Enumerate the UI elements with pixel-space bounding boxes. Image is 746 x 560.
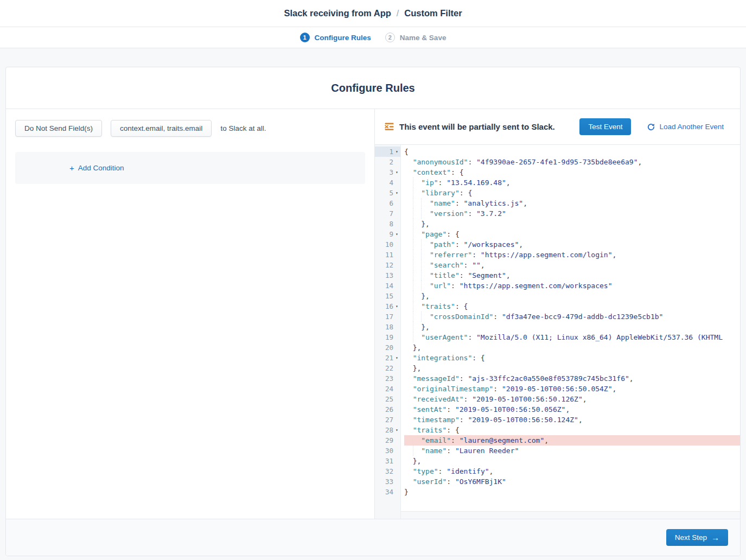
line-number: 13 <box>375 271 393 279</box>
gutter-row: 9▾ <box>375 229 400 239</box>
json-editor[interactable]: 1▾23▾45▾6789▾10111213141516▾1718192021▾2… <box>375 145 740 519</box>
line-number: 22 <box>375 364 393 372</box>
code-line[interactable]: "search": "", <box>404 260 740 270</box>
line-number: 9 <box>375 230 393 238</box>
code-line[interactable]: "integrations": { <box>404 353 740 363</box>
code-line[interactable]: "path": "/workspaces", <box>404 239 740 250</box>
step-name-and-save[interactable]: 2 Name & Save <box>385 33 447 42</box>
gutter-row: 17 <box>375 311 400 322</box>
line-number: 18 <box>375 323 393 331</box>
code-line[interactable]: { <box>404 147 740 157</box>
breadcrumb-parent[interactable]: Slack receiving from App <box>284 8 391 18</box>
code-line[interactable]: "traits": { <box>404 425 740 435</box>
code-line[interactable]: "type": "identify", <box>404 466 740 476</box>
test-event-button[interactable]: Test Event <box>579 118 631 135</box>
gutter-row: 34 <box>375 487 400 497</box>
code-line[interactable]: "traits": { <box>404 301 740 311</box>
fields-selector[interactable]: context.email, traits.email <box>111 120 212 137</box>
code-line[interactable]: "library": { <box>404 188 740 198</box>
plus-icon: + <box>69 164 74 172</box>
code-line[interactable]: "referrer": "https://app.segment.com/log… <box>404 250 740 260</box>
gutter-row: 7 <box>375 208 400 219</box>
add-condition-button[interactable]: + Add Condition <box>69 164 124 172</box>
code-line[interactable]: "userAgent": "Mozilla/5.0 (X11; Linux x8… <box>404 332 740 342</box>
line-number: 10 <box>375 240 393 249</box>
line-number: 32 <box>375 467 393 475</box>
next-step-label: Next Step <box>675 533 707 542</box>
line-number: 31 <box>375 457 393 465</box>
line-number: 12 <box>375 261 393 269</box>
gutter-row: 15 <box>375 291 400 301</box>
code-line[interactable]: "version": "3.7.2" <box>404 208 740 219</box>
gutter-row: 8 <box>375 219 400 229</box>
line-number: 24 <box>375 385 393 393</box>
code-line[interactable]: "crossDomainId": "df3a47ee-bcc9-479d-add… <box>404 311 740 322</box>
code-line[interactable]: }, <box>404 456 740 466</box>
gutter-row: 25 <box>375 394 400 404</box>
line-number: 21 <box>375 354 393 362</box>
code-line[interactable]: "name": "analytics.js", <box>404 198 740 208</box>
code-line[interactable]: }, <box>404 322 740 332</box>
load-another-event-link[interactable]: Load Another Event <box>647 123 724 131</box>
editor-code: {"anonymousId": "4f9390ae-2657-4fe1-9d95… <box>401 145 740 519</box>
line-number: 23 <box>375 374 393 383</box>
next-step-button[interactable]: Next Step → <box>666 529 728 546</box>
field-action-selector[interactable]: Do Not Send Field(s) <box>15 120 102 137</box>
line-number: 29 <box>375 436 393 444</box>
gutter-row: 16▾ <box>375 301 400 311</box>
line-number: 16 <box>375 302 393 310</box>
code-line[interactable]: "url": "https://app.segment.com/workspac… <box>404 281 740 291</box>
editor-gutter: 1▾23▾45▾6789▾10111213141516▾1718192021▾2… <box>375 145 401 519</box>
fold-toggle-icon[interactable]: ▾ <box>393 301 400 311</box>
code-line[interactable]: "userId": "OsY6MFBj1K" <box>404 476 740 487</box>
code-line[interactable]: "originalTimestamp": "2019-05-10T00:56:5… <box>404 384 740 394</box>
title-bar: Slack receiving from App / Custom Filter <box>0 0 746 27</box>
code-line[interactable]: }, <box>404 219 740 229</box>
gutter-row: 2 <box>375 157 400 167</box>
code-line-highlighted[interactable]: "email": "lauren@segment.com", <box>404 435 740 446</box>
code-line[interactable]: }, <box>404 342 740 353</box>
code-line[interactable]: "messageId": "ajs-33ffc2ac0a550e8f053789… <box>404 373 740 384</box>
code-line[interactable]: }, <box>404 363 740 373</box>
line-number: 19 <box>375 333 393 341</box>
event-header: This event will be partially sent to Sla… <box>375 109 740 145</box>
line-number: 30 <box>375 447 393 455</box>
fold-toggle-icon[interactable]: ▾ <box>393 147 400 157</box>
step-configure-rules[interactable]: 1 Configure Rules <box>300 33 371 42</box>
gutter-row: 14 <box>375 281 400 291</box>
code-line[interactable]: "receivedAt": "2019-05-10T00:56:50.126Z"… <box>404 394 740 404</box>
code-line[interactable]: "title": "Segment", <box>404 270 740 281</box>
horizontal-scrollbar[interactable] <box>401 511 740 519</box>
code-line[interactable]: "sentAt": "2019-05-10T00:56:50.056Z", <box>404 404 740 415</box>
event-status-text: This event will be partially sent to Sla… <box>399 122 574 131</box>
code-line[interactable]: "anonymousId": "4f9390ae-2657-4fe1-9d95-… <box>404 157 740 167</box>
gutter-row: 4 <box>375 177 400 188</box>
line-number: 6 <box>375 199 393 207</box>
fold-toggle-icon[interactable]: ▾ <box>393 167 400 177</box>
step-2-label: Name & Save <box>400 34 447 42</box>
code-line[interactable]: "page": { <box>404 229 740 239</box>
code-line[interactable]: "ip": "13.54.169.48", <box>404 177 740 188</box>
gutter-row: 29 <box>375 435 400 446</box>
fold-toggle-icon[interactable]: ▾ <box>393 229 400 239</box>
line-number: 8 <box>375 220 393 228</box>
step-1-label: Configure Rules <box>315 34 371 42</box>
gutter-row: 26 <box>375 404 400 415</box>
code-line[interactable]: }, <box>404 291 740 301</box>
card-title-row: Configure Rules <box>6 67 740 109</box>
fold-toggle-icon[interactable]: ▾ <box>393 353 400 363</box>
line-number: 20 <box>375 343 393 352</box>
gutter-row: 23 <box>375 373 400 384</box>
gutter-row: 32 <box>375 466 400 476</box>
breadcrumb-separator: / <box>397 9 399 18</box>
line-number: 17 <box>375 313 393 321</box>
fold-toggle-icon[interactable]: ▾ <box>393 425 400 435</box>
code-line[interactable]: } <box>404 487 740 497</box>
card-footer: Next Step → <box>6 519 740 556</box>
code-line[interactable]: "context": { <box>404 167 740 177</box>
line-number: 4 <box>375 179 393 187</box>
fold-toggle-icon[interactable]: ▾ <box>393 188 400 198</box>
code-line[interactable]: "name": "Lauren Reeder" <box>404 446 740 456</box>
event-preview-panel: This event will be partially sent to Sla… <box>375 109 740 519</box>
code-line[interactable]: "timestamp": "2019-05-10T00:56:50.124Z", <box>404 415 740 425</box>
